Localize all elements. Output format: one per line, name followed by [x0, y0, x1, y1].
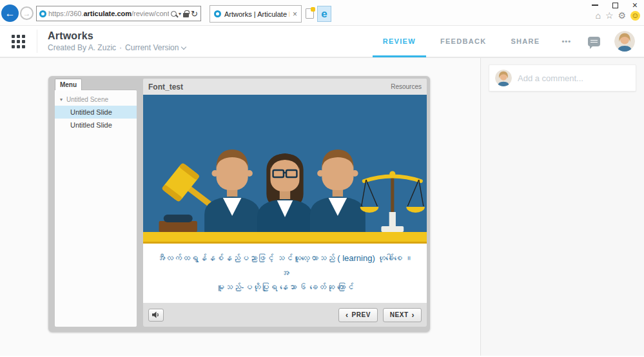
forward-arrow-icon: → [23, 9, 31, 18]
minimize-icon[interactable] [592, 5, 598, 6]
refresh-icon[interactable]: ↻ [191, 9, 198, 19]
justice-illustration [143, 95, 427, 244]
tab-review[interactable]: REVIEW [383, 37, 416, 45]
tab-close-icon[interactable]: × [293, 10, 297, 19]
comment-input[interactable] [518, 73, 631, 83]
course-title: Font_test [148, 82, 391, 92]
maximize-icon[interactable] [612, 3, 618, 8]
add-comment-card[interactable] [489, 64, 636, 92]
search-dropdown-caret-icon[interactable]: ▾ [179, 11, 181, 17]
slide-caption-line1: အီလက်ထရွန်နစ်နည်ပညာဖြင့် သင်ယူလေ့လာသည် (… [155, 251, 415, 281]
tab-feedback[interactable]: FEEDBACK [440, 37, 487, 45]
window-controls: × [592, 1, 638, 9]
feedback-smiley-icon[interactable]: ☺ [630, 11, 640, 21]
browser-chrome: ← → https://360.articulate.com/review/co… [0, 0, 644, 26]
slide-item-2[interactable]: Untitled Slide [55, 119, 137, 131]
close-icon[interactable]: × [632, 2, 638, 8]
review-stage: Menu ▾ Untitled Scene Untitled Slide Unt… [0, 58, 480, 356]
next-button[interactable]: NEXT › [383, 308, 422, 322]
user-avatar[interactable] [614, 31, 635, 52]
created-by-label: Created By A. Zuzic [48, 43, 116, 52]
title-block: Artworks Created By A. Zuzic · Current V… [48, 30, 186, 52]
articulate-favicon-icon [39, 10, 46, 17]
edge-logo-icon: e [321, 8, 327, 19]
prev-chevron-icon: ‹ [346, 311, 349, 320]
comments-bubble-icon[interactable] [588, 37, 600, 46]
commenter-avatar [495, 70, 512, 86]
tools-gear-icon[interactable]: ⚙ [618, 10, 626, 21]
resources-link[interactable]: Resources [391, 83, 422, 90]
browser-tab[interactable]: Artworks | Articulate Review × [210, 5, 302, 23]
course-player: Menu ▾ Untitled Scene Untitled Slide Unt… [48, 76, 430, 332]
caption-zone: အီလက်ထရွန်နစ်နည်ပညာဖြင့် သင်ယူလေ့လာသည် (… [143, 244, 427, 303]
scene-label: Untitled Scene [66, 96, 108, 103]
browser-command-icons: ⌂ ☆ ⚙ ☺ [595, 10, 640, 21]
review-header: Artworks Created By A. Zuzic · Current V… [0, 26, 644, 58]
menu-tab[interactable]: Menu [55, 79, 82, 90]
player-header: Font_test Resources [143, 79, 427, 95]
speaker-icon [152, 311, 160, 318]
more-menu-icon[interactable]: ••• [561, 37, 571, 45]
browser-forward-button[interactable]: → [20, 6, 34, 20]
home-icon[interactable]: ⌂ [595, 10, 600, 21]
scene-item[interactable]: ▾ Untitled Scene [55, 95, 137, 106]
slide-caption-line2: မူသည်-ပဟိုပြုရ နေသာ ၆ ခေတ်ဆု ကြောင် [216, 280, 354, 295]
slide-canvas: အီလက်ထရွန်နစ်နည်ပညာဖြင့် သင်ယူလေ့လာသည် (… [143, 95, 427, 303]
prev-button[interactable]: ‹ PREV [338, 308, 378, 322]
lock-icon[interactable] [183, 13, 189, 17]
new-tab-button[interactable] [306, 8, 314, 19]
page-title: Artworks [48, 30, 186, 42]
player-controls: ‹ PREV NEXT › [143, 303, 427, 327]
version-dropdown[interactable]: Current Version [125, 43, 179, 52]
search-icon[interactable] [171, 11, 177, 17]
open-with-edge-button[interactable]: e [317, 6, 331, 22]
favorites-star-icon[interactable]: ☆ [605, 10, 614, 21]
chevron-down-icon[interactable] [181, 44, 186, 49]
header-divider [37, 30, 37, 53]
player-content-column: Font_test Resources [143, 79, 427, 327]
next-chevron-icon: › [412, 311, 415, 320]
apps-grid-icon[interactable] [12, 35, 25, 48]
browser-back-button[interactable]: ← [1, 5, 19, 22]
tab-title: Artworks | Articulate Review [224, 10, 289, 18]
player-menu-column: Menu ▾ Untitled Scene Untitled Slide Unt… [55, 79, 137, 327]
url-text[interactable]: https://360.articulate.com/review/conten… [48, 10, 169, 17]
separator-dot: · [119, 43, 122, 52]
address-bar[interactable]: https://360.articulate.com/review/conten… [36, 6, 201, 21]
back-arrow-icon: ← [5, 8, 15, 19]
scene-caret-icon[interactable]: ▾ [60, 97, 63, 102]
comments-sidebar [480, 58, 644, 356]
header-tabs: REVIEW FEEDBACK SHARE [383, 37, 540, 45]
volume-button[interactable] [148, 309, 164, 322]
menu-panel: ▾ Untitled Scene Untitled Slide Untitled… [55, 90, 137, 327]
tab-share[interactable]: SHARE [511, 37, 540, 45]
slide-item-1[interactable]: Untitled Slide [55, 106, 137, 119]
tab-favicon-icon [214, 10, 221, 17]
